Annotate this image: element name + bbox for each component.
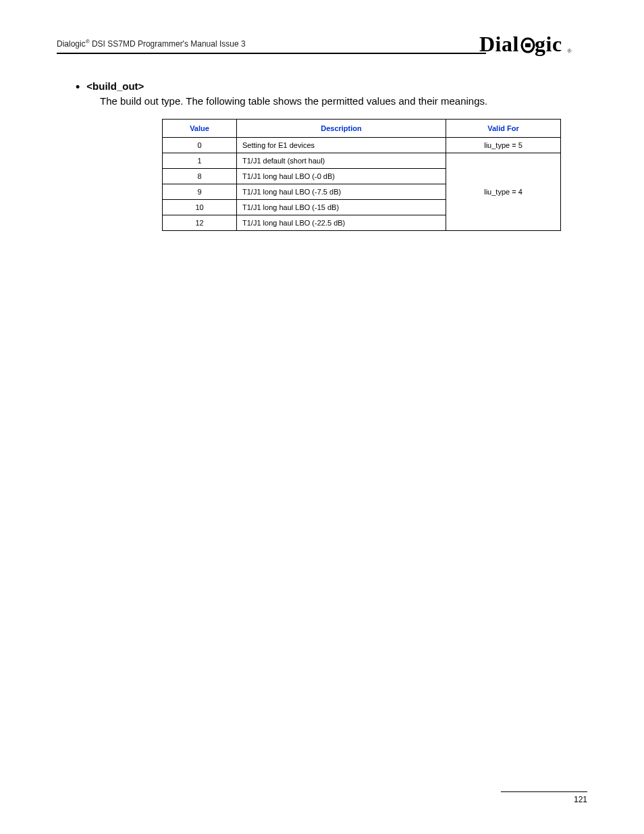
cell-value: 9 (163, 184, 237, 200)
cell-valid-for: liu_type = 4 (446, 153, 561, 231)
page: Dialogic® DSI SS7MD Programmer's Manual … (0, 0, 644, 834)
cell-description: T1/J1 long haul LBO (-15 dB) (237, 200, 446, 215)
values-table-wrap: Value Description Valid For 0 Setting fo… (162, 119, 560, 231)
content-body: • <build_out> The build out type. The fo… (88, 80, 587, 231)
footer-rule (501, 791, 587, 792)
page-footer: 121 (57, 791, 587, 804)
brand-logo: Dial gic ® (479, 32, 587, 58)
header-rule (57, 53, 486, 54)
cell-value: 0 (163, 138, 237, 153)
cell-description: T1/J1 long haul LBO (-7.5 dB) (237, 184, 446, 200)
param-name: <build_out> (86, 80, 144, 92)
dialogic-logo-icon: Dial gic ® (479, 32, 587, 58)
cell-description: T1/J1 default (short haul) (237, 153, 446, 169)
table-header-row: Value Description Valid For (163, 120, 561, 138)
col-header-valid-for: Valid For (446, 120, 561, 138)
table-row: 0 Setting for E1 devices liu_type = 5 (163, 138, 561, 153)
col-header-description: Description (237, 120, 446, 138)
bullet-icon: • (76, 81, 80, 93)
col-header-value: Value (163, 120, 237, 138)
header-title-rest: DSI SS7MD Programmer's Manual Issue 3 (90, 39, 246, 49)
cell-description: Setting for E1 devices (237, 138, 446, 153)
cell-value: 10 (163, 200, 237, 215)
header-brand: Dialogic (57, 39, 86, 49)
svg-text:Dial: Dial (479, 32, 519, 56)
cell-value: 1 (163, 153, 237, 169)
page-header: Dialogic® DSI SS7MD Programmer's Manual … (57, 24, 587, 54)
cell-valid-for: liu_type = 5 (446, 138, 561, 153)
param-description: The build out type. The following table … (100, 95, 587, 108)
table-body: 0 Setting for E1 devices liu_type = 5 1 … (163, 138, 561, 231)
param-heading-row: • <build_out> (88, 80, 587, 92)
svg-text:gic: gic (535, 32, 562, 56)
cell-value: 8 (163, 169, 237, 184)
table-row: 1 T1/J1 default (short haul) liu_type = … (163, 153, 561, 169)
cell-description: T1/J1 long haul LBO (-22.5 dB) (237, 215, 446, 231)
cell-value: 12 (163, 215, 237, 231)
values-table: Value Description Valid For 0 Setting fo… (162, 119, 561, 231)
page-number: 121 (57, 795, 587, 804)
svg-text:®: ® (567, 47, 572, 54)
header-title: Dialogic® DSI SS7MD Programmer's Manual … (57, 38, 246, 49)
svg-rect-2 (525, 43, 531, 47)
cell-description: T1/J1 long haul LBO (-0 dB) (237, 169, 446, 184)
